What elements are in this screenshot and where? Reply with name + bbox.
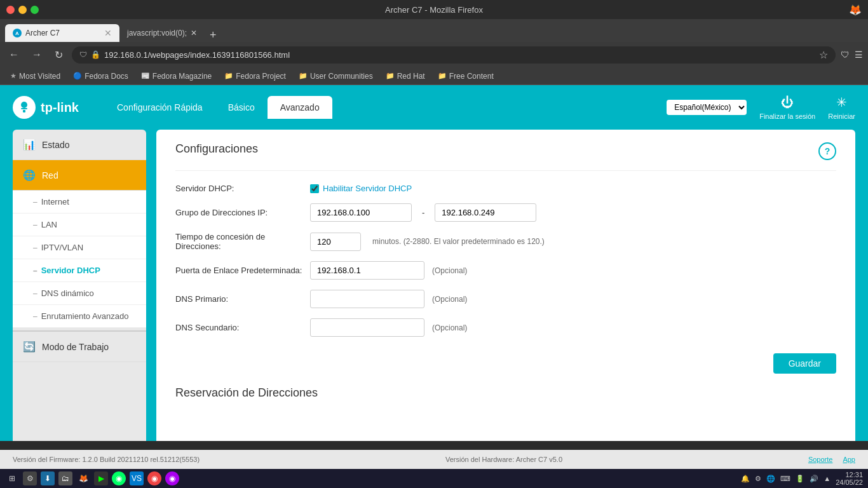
dns-secundario-label: DNS Secundario: (175, 323, 302, 332)
magazine-icon: 📰 (141, 72, 150, 80)
tab-close-button[interactable]: ✕ (104, 28, 112, 38)
sidebar-sub-dns[interactable]: DNS dinámico (13, 282, 146, 305)
menu-icon[interactable]: ☰ (855, 50, 863, 60)
save-button[interactable]: Guardar (773, 353, 836, 374)
main-layout: 📊 Estado 🌐 Red Internet LAN IPTV/VLAN Se… (0, 130, 868, 441)
sidebar-sub-dhcp[interactable]: Servidor DHCP (13, 259, 146, 282)
page-content: tp-link Configuración Rápida Básico Avan… (0, 85, 868, 441)
restart-icon: ✳ (836, 95, 847, 110)
bookmark-red-hat[interactable]: 📁 Red Hat (381, 71, 430, 82)
bookmark-most-visited[interactable]: ★ Most Visited (5, 71, 65, 82)
language-select[interactable]: Español(México) (667, 100, 747, 115)
new-tab-button[interactable]: + (205, 29, 222, 42)
taskbar-icon-5[interactable]: ◉ (147, 471, 161, 485)
minimize-button[interactable] (18, 6, 27, 14)
tab-archer-c7[interactable]: A Archer C7 ✕ (5, 24, 119, 42)
page-footer: Versión del Firmware: 1.2.0 Build 202112… (0, 450, 868, 469)
app-link[interactable]: App (843, 456, 855, 463)
tab-bar: A Archer C7 ✕ javascript:void(0); ✕ + (0, 19, 868, 42)
tplink-header: tp-link Configuración Rápida Básico Avan… (0, 85, 868, 130)
taskbar-firefox-icon[interactable]: 🦊 (76, 471, 90, 485)
bookmark-label: Fedora Docs (85, 72, 128, 81)
tab-configuracion-rapida[interactable]: Configuración Rápida (104, 96, 215, 119)
bookmark-label: User Communities (310, 72, 373, 81)
save-row: Guardar (175, 347, 836, 374)
bookmark-user-communities[interactable]: 📁 User Communities (294, 71, 378, 82)
sidebar-item-modo-trabajo[interactable]: 🔄 Modo de Trabajo (13, 330, 146, 362)
tab-label: Configuración Rápida (117, 102, 203, 112)
taskbar-icon-terminal[interactable]: ▶ (94, 471, 108, 485)
logout-button[interactable]: ⏻ Finalizar la sesión (759, 95, 815, 120)
dns-primario-input[interactable] (310, 290, 424, 308)
forward-button[interactable]: → (28, 46, 46, 63)
taskbar-keyboard-icon: ⌨ (780, 475, 790, 483)
tplink-logo: tp-link (13, 96, 79, 119)
sidebar-item-estado[interactable]: 📊 Estado (13, 130, 146, 160)
tab-basico[interactable]: Básico (215, 96, 268, 119)
puerta-optional: (Opcional) (432, 266, 467, 275)
sidebar-sub-enrutamiento[interactable]: Enrutamiento Avanzado (13, 305, 146, 328)
puerta-input[interactable] (310, 261, 424, 280)
tiempo-label: Tiempo de concesión de Direcciones: (175, 232, 302, 251)
dns-secundario-input[interactable] (310, 318, 424, 337)
taskbar-icon-1[interactable]: ⚙ (23, 471, 37, 485)
tiempo-input[interactable] (310, 233, 361, 251)
taskbar-icon-4[interactable]: ◉ (112, 471, 126, 485)
tab2-close-button[interactable]: ✕ (191, 29, 197, 37)
folder-icon: 📁 (386, 72, 395, 80)
taskbar-icon-2[interactable]: ⬇ (41, 471, 55, 485)
tab-label: Avanzado (280, 102, 320, 112)
sidebar-sub-internet[interactable]: Internet (13, 191, 146, 214)
bookmark-label: Free Content (449, 72, 494, 81)
close-button[interactable] (6, 6, 15, 14)
dns-secundario-optional: (Opcional) (432, 323, 467, 332)
browser-title: Archer C7 - Mozilla Firefox (385, 5, 483, 15)
sidebar-item-red[interactable]: 🌐 Red (13, 160, 146, 191)
nav-tabs: Configuración Rápida Básico Avanzado (104, 96, 654, 119)
restart-button[interactable]: ✳ Reiniciar (828, 95, 855, 120)
form-row-dns-primario: DNS Primario: (Opcional) (175, 290, 836, 308)
maximize-button[interactable] (31, 6, 39, 14)
taskbar-battery-icon: 🔋 (796, 475, 804, 483)
taskbar-icon-vscode[interactable]: VS (130, 471, 144, 485)
svg-point-0 (21, 102, 27, 108)
form-row-dns-secundario: DNS Secundario: (Opcional) (175, 318, 836, 337)
dhcp-checkbox-label[interactable]: Habilitar Servidor DHCP (323, 184, 412, 193)
sidebar-sub-iptv[interactable]: IPTV/VLAN (13, 236, 146, 259)
tab-avanzado[interactable]: Avanzado (268, 96, 332, 119)
sidebar-item-label: Modo de Trabajo (42, 342, 109, 352)
address-input[interactable] (104, 50, 815, 60)
bookmark-label: Most Visited (19, 72, 60, 81)
ip-end-input[interactable] (435, 203, 536, 222)
dhcp-checkbox[interactable] (310, 184, 319, 193)
bookmark-fedora-magazine[interactable]: 📰 Fedora Magazine (136, 71, 217, 82)
logout-icon: ⏻ (781, 95, 794, 110)
taskbar-icon-6[interactable]: ◉ (165, 471, 179, 485)
grupo-ip-label: Grupo de Direcciones IP: (175, 208, 302, 217)
tab-javascript[interactable]: javascript:void(0); ✕ (119, 24, 205, 42)
form-row-puerta: Puerta de Enlace Predeterminada: (Opcion… (175, 261, 836, 280)
tiempo-note: minutos. (2-2880. El valor predeterminad… (372, 237, 545, 246)
form-row-grupo-ip: Grupo de Direcciones IP: - (175, 203, 836, 222)
section2-title: Reservación de Direcciones (175, 386, 836, 400)
bookmark-star-icon[interactable]: ☆ (819, 49, 828, 61)
bookmark-fedora-project[interactable]: 📁 Fedora Project (219, 71, 291, 82)
ip-start-input[interactable] (310, 203, 412, 222)
help-button[interactable]: ? (818, 142, 836, 160)
sidebar-sub-lan[interactable]: LAN (13, 214, 146, 236)
support-link[interactable]: Soporte (808, 456, 833, 463)
logout-label: Finalizar la sesión (759, 112, 815, 120)
reload-button[interactable]: ↻ (51, 46, 67, 64)
taskbar-bell-icon: 🔔 (741, 475, 750, 483)
taskbar-icon-3[interactable]: 🗂 (58, 471, 72, 485)
address-bar: ← → ↻ 🛡 🔒 ☆ 🛡 ☰ (0, 42, 868, 67)
tab-label: Básico (228, 102, 255, 112)
bookmarks-bar: ★ Most Visited 🔵 Fedora Docs 📰 Fedora Ma… (0, 67, 868, 85)
taskbar-apps-icon[interactable]: ⊞ (5, 471, 19, 485)
sub-label: IPTV/VLAN (41, 243, 83, 252)
security-icon: 🛡 (79, 50, 87, 59)
bookmark-fedora-docs[interactable]: 🔵 Fedora Docs (68, 71, 133, 82)
bookmark-free-content[interactable]: 📁 Free Content (433, 71, 499, 82)
back-button[interactable]: ← (5, 46, 23, 63)
clock-date: 24/05/22 (836, 478, 863, 486)
